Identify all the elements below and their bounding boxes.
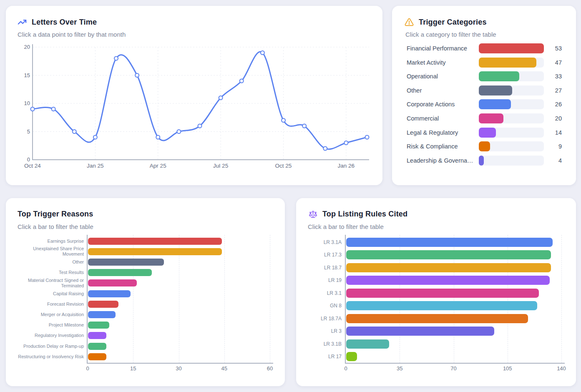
bar[interactable]: [346, 289, 539, 298]
panel-title: Letters Over Time: [32, 18, 97, 27]
bar[interactable]: [88, 238, 222, 245]
bar[interactable]: [346, 263, 551, 272]
panel-title: Top Listing Rules Cited: [322, 210, 407, 219]
category-bar-track: [479, 141, 544, 151]
bar[interactable]: [88, 311, 116, 318]
data-point[interactable]: [114, 57, 118, 60]
data-point[interactable]: [156, 136, 160, 139]
bar-label: Other: [14, 257, 84, 267]
y-axis-tick: 20: [24, 44, 30, 50]
category-row[interactable]: Commercial20: [392, 112, 576, 125]
panel-subtitle: Click a data point to filter by that mon…: [18, 31, 126, 38]
data-point[interactable]: [323, 147, 327, 151]
x-axis-tick: 140: [552, 365, 571, 372]
data-point[interactable]: [240, 79, 244, 83]
category-count: 14: [537, 129, 562, 136]
category-row[interactable]: Financial Performance53: [392, 42, 576, 55]
bar[interactable]: [346, 250, 551, 259]
category-label: Operational: [407, 73, 438, 80]
category-row[interactable]: Operational33: [392, 70, 576, 83]
trend-line: [33, 52, 367, 149]
data-point[interactable]: [282, 118, 285, 122]
category-count: 9: [537, 143, 562, 150]
data-point[interactable]: [93, 136, 97, 139]
bar[interactable]: [346, 314, 528, 323]
bar[interactable]: [88, 343, 106, 350]
data-point[interactable]: [219, 96, 223, 100]
bar[interactable]: [88, 279, 137, 286]
bar[interactable]: [346, 352, 357, 361]
x-axis-tick: 35: [390, 365, 409, 372]
data-point[interactable]: [344, 141, 348, 145]
bar-label: Restructuring or Insolvency Risk: [14, 352, 84, 362]
bar[interactable]: [346, 276, 550, 285]
category-bar-track: [479, 113, 544, 123]
y-axis-tick: 15: [24, 72, 30, 78]
x-axis-tick: Jul 25: [213, 163, 228, 169]
category-bar-fill: [479, 71, 519, 81]
data-point[interactable]: [177, 130, 181, 133]
category-label: Risk & Compliance: [407, 143, 458, 150]
gridline: [224, 235, 225, 363]
bar[interactable]: [346, 301, 537, 310]
panel-title: Top Trigger Reasons: [18, 210, 93, 219]
bar[interactable]: [346, 238, 553, 247]
category-bar-track: [479, 71, 544, 81]
bar-label: Forecast Revision: [14, 299, 84, 309]
category-bar-fill: [479, 113, 503, 123]
category-label: Other: [407, 87, 422, 94]
bar[interactable]: [88, 290, 131, 297]
bar[interactable]: [88, 259, 164, 266]
x-axis-line: [87, 363, 273, 364]
gridline: [561, 235, 562, 363]
category-row[interactable]: Market Activity47: [392, 56, 576, 69]
data-point[interactable]: [52, 107, 55, 111]
category-row[interactable]: Corporate Actions26: [392, 98, 576, 111]
bar[interactable]: [88, 269, 152, 276]
bar[interactable]: [88, 301, 118, 308]
bar[interactable]: [88, 353, 106, 360]
bar[interactable]: [346, 339, 389, 349]
data-point[interactable]: [31, 107, 35, 111]
category-count: 53: [537, 45, 562, 52]
bar-label: LR 3: [302, 325, 342, 337]
x-axis-tick: 45: [215, 365, 234, 372]
scales-icon: [309, 210, 317, 219]
data-point[interactable]: [365, 136, 369, 139]
top-trigger-reasons-panel: 015304560Earnings SurpriseUnexplained Sh…: [6, 198, 285, 386]
category-bar-fill: [479, 58, 536, 68]
bar[interactable]: [346, 327, 494, 336]
category-label: Commercial: [407, 115, 439, 122]
data-point[interactable]: [198, 124, 202, 128]
x-axis-tick: Oct 24: [24, 163, 41, 169]
data-point[interactable]: [261, 51, 264, 55]
category-label: Legal & Regulatory: [407, 129, 458, 136]
bar-label: Merger or Acquisition: [14, 309, 84, 320]
bar-label: Project Milestone: [14, 320, 84, 330]
category-count: 4: [537, 157, 562, 164]
category-bar-track: [479, 85, 544, 95]
bar[interactable]: [88, 248, 222, 255]
gridline: [270, 235, 270, 363]
data-point[interactable]: [135, 73, 139, 77]
data-point[interactable]: [73, 130, 76, 133]
panel-subtitle: Click a bar to filter the table: [18, 223, 93, 230]
bar-label: Production Delay or Ramp-up: [14, 341, 84, 351]
data-point[interactable]: [302, 124, 306, 128]
category-count: 20: [537, 115, 562, 122]
bar[interactable]: [88, 332, 106, 339]
trending-up-icon: [18, 18, 27, 27]
y-axis-tick: 0: [27, 156, 30, 163]
category-bar-track: [479, 99, 544, 109]
bar[interactable]: [88, 322, 109, 329]
category-row[interactable]: Risk & Compliance9: [392, 140, 576, 153]
bar-label: LR 17.3: [302, 249, 342, 261]
category-row[interactable]: Legal & Regulatory14: [392, 126, 576, 139]
category-count: 47: [537, 59, 562, 66]
panel-subtitle: Click a category to filter the table: [405, 31, 496, 38]
category-row[interactable]: Other27: [392, 84, 576, 97]
bar-label: Earnings Surprise: [14, 236, 84, 246]
category-row[interactable]: Leadership & Governa…4: [392, 154, 576, 167]
bar-label: Test Results: [14, 267, 84, 278]
y-axis-tick: 5: [27, 128, 30, 135]
